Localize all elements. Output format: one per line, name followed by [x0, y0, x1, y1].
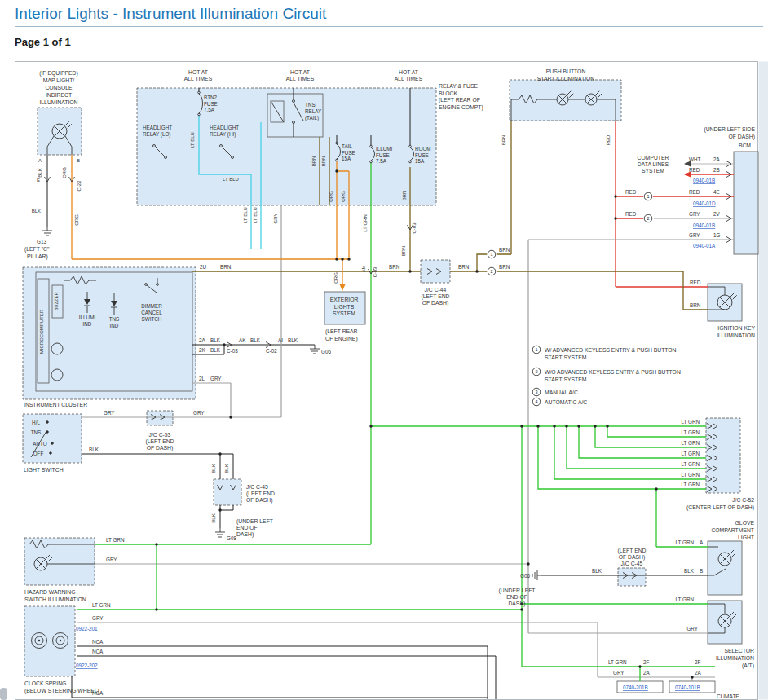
diagram-label: LT GRN: [92, 602, 111, 608]
diagram-label: ENGINE COMPT): [439, 104, 483, 111]
diagram-label: BLK: [38, 168, 42, 177]
diagram-label: PILLAR): [27, 253, 48, 260]
harness-link[interactable]: 0940-01A: [693, 243, 716, 249]
diagram-label: RELAY (HI): [210, 131, 236, 138]
diagram-label: W/O ADVANCED KEYLESS ENTRY & PUSH BUTTON: [545, 369, 681, 375]
diagram-label: HOT AT: [399, 69, 418, 75]
diagram-label: E: [37, 178, 40, 183]
diagram-label: 2A: [199, 337, 206, 343]
junction-dot: [536, 425, 539, 427]
diagram-label: AK: [239, 337, 246, 343]
harness-link[interactable]: 0922-202: [76, 663, 98, 668]
diagram-label: OFF: [33, 451, 44, 456]
diagram-label: GRY: [106, 557, 117, 562]
junction-dot: [520, 608, 523, 610]
diagram-label: OF DASH): [246, 497, 272, 504]
diagram-label: J/C C-52: [732, 497, 754, 503]
diagram-label: END OF: [506, 594, 527, 600]
diagram-label: END OF: [236, 525, 258, 531]
diagram-label: CANCEL: [141, 310, 162, 315]
scroll-gutter[interactable]: [759, 62, 768, 700]
diagram-label: 2A: [643, 670, 651, 676]
diagram-label: RELAY & FUSE: [439, 83, 479, 89]
diagram-label: G13: [37, 239, 46, 244]
harness-link[interactable]: 0740-101B: [675, 685, 700, 690]
diagram-label: BCM: [739, 143, 751, 148]
diagram-label: BLK: [224, 464, 229, 473]
diagram-label: BLK: [684, 568, 695, 574]
diagram-label: IND: [110, 323, 119, 328]
diagram-label: GRY: [689, 232, 700, 238]
diagram-label: INDIRECT: [46, 92, 72, 98]
diagram-label: IND: [83, 321, 92, 327]
diagram-label: CLIMATE: [717, 693, 739, 699]
diagram-label: SYSTEM: [642, 168, 664, 174]
diagram-label: ORG: [74, 214, 79, 226]
diagram-label: TAIL: [342, 143, 352, 149]
diagram-label: BLK: [32, 209, 41, 214]
junction-dot: [614, 195, 616, 197]
junction-dot: [527, 562, 529, 565]
diagram-label: BRN: [458, 264, 470, 270]
diagram-label: 15A: [415, 158, 425, 164]
note-ref-number: 2: [535, 369, 537, 374]
diagram-label: HEADLIGHT: [210, 125, 239, 130]
junction-dot: [565, 425, 567, 427]
diagram-label: BRN: [402, 191, 407, 201]
diagram-label: ILLUMINATION: [716, 655, 754, 661]
diagram-label: HAZARD WARNING: [24, 589, 75, 595]
diagram-label: FUSE: [376, 152, 390, 158]
diagram-label: (UNDER LEFT: [236, 518, 273, 525]
note-ref-number: 3: [535, 390, 537, 394]
diagram-label: RELAY (LO): [143, 131, 170, 138]
diagram-label: BLK: [210, 347, 221, 353]
diagram-label: BRN: [321, 156, 326, 167]
junction-dot: [229, 416, 232, 418]
junction-dot: [335, 169, 338, 172]
diagram-label: LT GRN: [681, 472, 700, 478]
diagram-label: HEADLIGHT: [143, 125, 172, 130]
diagram-label: G06: [520, 573, 530, 579]
diagram-label: LIGHT SWITCH: [24, 467, 64, 473]
harness-link[interactable]: 0940-01D: [693, 200, 716, 206]
diagram-label: GRY: [689, 211, 700, 217]
harness-link[interactable]: 0940-01B: [693, 222, 715, 228]
diagram-label: AUTOMATIC A/C: [545, 399, 587, 405]
diagram-label: (CENTER LEFT OF DASH): [686, 504, 754, 511]
note-ref-number: 2: [490, 269, 492, 274]
diagram-label: LT BLU: [223, 177, 239, 182]
diagram-label: (IF EQUIPPED): [39, 70, 78, 77]
diagram-label: LT GRN: [675, 597, 694, 602]
junction-dot: [475, 270, 478, 272]
diagram-label: AI: [278, 337, 283, 343]
diagram-label: ALL TIMES: [184, 76, 213, 81]
diagram-label: OF DASH): [422, 300, 448, 306]
junction-dot: [691, 676, 693, 678]
diagram-label: 2L: [199, 376, 205, 381]
diagram-label: 2F: [643, 659, 650, 665]
junction-dot: [408, 270, 411, 272]
diagram-label: SELECTOR: [724, 648, 754, 654]
diagram-label: 2F: [695, 659, 701, 665]
diagram-label: RED: [625, 211, 637, 217]
harness-link[interactable]: 0940-01B: [693, 178, 715, 183]
diagram-label: J/C C-45: [621, 561, 643, 566]
junction-dot: [606, 425, 608, 427]
diagram-label: BLK: [89, 447, 99, 452]
diagram-label: ILLUMINATION: [39, 99, 77, 105]
diagram-label: BLK: [210, 337, 221, 343]
diagram-label: A: [38, 158, 42, 163]
harness-link[interactable]: 0922-201: [76, 626, 98, 632]
diagram-label: MICROCOMPUTER: [39, 309, 44, 354]
diagram-label: LIGHTS: [334, 304, 355, 310]
diagram-label: GRY: [210, 376, 222, 381]
diagram-label: ALL TIMES: [395, 76, 423, 81]
note-ref-number: 4: [535, 399, 537, 404]
diagram-label: GRY: [686, 626, 698, 632]
junction-dot: [335, 258, 338, 260]
diagram-label: LT GRN: [608, 659, 627, 665]
harness-link[interactable]: 0740-201B: [623, 685, 648, 690]
diagram-label: H/L: [32, 420, 40, 425]
diagram-label: CONSOLE: [45, 85, 73, 90]
diagram-label: GRY: [613, 670, 625, 676]
